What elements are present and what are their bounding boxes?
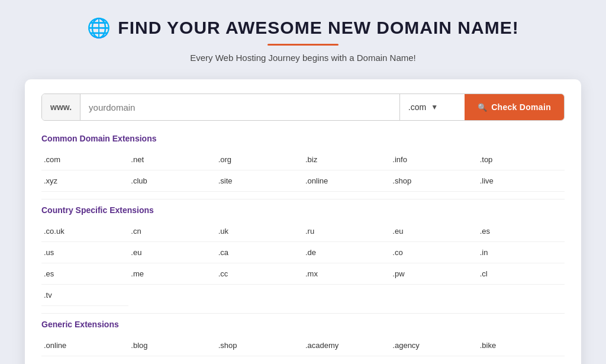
header-section: 🌐 FIND YOUR AWESOME NEW DOMAIN NAME! Eve… <box>87 17 518 73</box>
ext-club2[interactable]: .club <box>303 356 390 364</box>
country-extensions-grid: .co.uk .cn .uk .ru .eu .es .us .eu .ca .… <box>41 221 565 306</box>
search-icon: 🔍 <box>478 103 487 112</box>
ext-top[interactable]: .top <box>478 149 565 170</box>
ext-blog[interactable]: .blog <box>128 335 215 356</box>
ext-es1[interactable]: .es <box>478 221 565 242</box>
ext-company[interactable]: .company <box>478 356 565 364</box>
ext-es2[interactable]: .es <box>41 263 128 285</box>
ext-camp[interactable]: .camp <box>41 356 128 364</box>
ext-online[interactable]: .online <box>303 170 390 192</box>
ext-de[interactable]: .de <box>303 242 390 263</box>
ext-academy[interactable]: .academy <box>303 335 390 356</box>
ext-clothing[interactable]: .clothing <box>216 356 303 364</box>
page-wrapper: 🌐 FIND YOUR AWESOME NEW DOMAIN NAME! Eve… <box>0 0 606 364</box>
title-underline <box>267 44 339 46</box>
chevron-down-icon: ▼ <box>431 103 438 111</box>
ext-uk[interactable]: .uk <box>216 221 303 242</box>
ext-shop2[interactable]: .shop <box>216 335 303 356</box>
ext-couk[interactable]: .co.uk <box>41 221 128 242</box>
ext-mx[interactable]: .mx <box>303 263 390 285</box>
ext-coffee[interactable]: .coffee <box>390 356 477 364</box>
extensions-section: Common Domain Extensions .com .net .org … <box>41 134 565 364</box>
ext-org[interactable]: .org <box>216 149 303 170</box>
ext-eu[interactable]: .eu <box>390 221 477 242</box>
ext-agency[interactable]: .agency <box>390 335 477 356</box>
ext-net[interactable]: .net <box>128 149 215 170</box>
www-prefix: www. <box>42 94 80 120</box>
ext-eu2[interactable]: .eu <box>128 242 215 263</box>
ext-cl[interactable]: .cl <box>478 263 565 285</box>
search-bar: www. .com ▼ 🔍 Check Domain <box>41 94 565 121</box>
divider-1 <box>41 199 565 199</box>
ext-shop[interactable]: .shop <box>390 170 477 192</box>
ext-ca[interactable]: .ca <box>216 242 303 263</box>
ext-tv[interactable]: .tv <box>41 285 128 306</box>
ext-site[interactable]: .site <box>216 170 303 192</box>
header-title-row: 🌐 FIND YOUR AWESOME NEW DOMAIN NAME! <box>87 17 518 39</box>
generic-extensions-grid: .online .blog .shop .academy .agency .bi… <box>41 335 565 364</box>
check-domain-label: Check Domain <box>491 102 551 112</box>
page-subtitle: Every Web Hosting Journey begins with a … <box>87 53 518 63</box>
divider-2 <box>41 313 565 314</box>
ext-co[interactable]: .co <box>390 242 477 263</box>
ext-live[interactable]: .live <box>478 170 565 192</box>
ext-xyz[interactable]: .xyz <box>41 170 128 192</box>
common-extensions-title: Common Domain Extensions <box>41 134 565 143</box>
ext-info[interactable]: .info <box>390 149 477 170</box>
country-extensions-title: Country Specific Extensions <box>41 205 565 215</box>
ext-cn[interactable]: .cn <box>128 221 215 242</box>
check-domain-button[interactable]: 🔍 Check Domain <box>465 94 564 120</box>
ext-com[interactable]: .com <box>41 149 128 170</box>
tld-value: .com <box>408 102 426 112</box>
ext-in[interactable]: .in <box>478 242 565 263</box>
ext-careers[interactable]: .careers <box>128 356 215 364</box>
tld-select[interactable]: .com ▼ <box>399 94 465 120</box>
domain-input[interactable] <box>80 94 399 120</box>
common-extensions-grid: .com .net .org .biz .info .top .xyz .clu… <box>41 149 565 192</box>
ext-biz[interactable]: .biz <box>303 149 390 170</box>
ext-cc[interactable]: .cc <box>216 263 303 285</box>
globe-icon: 🌐 <box>87 17 111 39</box>
generic-extensions-title: Generic Extensions <box>41 320 565 329</box>
ext-online2[interactable]: .online <box>41 335 128 356</box>
ext-club[interactable]: .club <box>128 170 215 192</box>
generic-extensions-section: Generic Extensions .online .blog .shop .… <box>41 320 565 364</box>
country-extensions-section: Country Specific Extensions .co.uk .cn .… <box>41 205 565 306</box>
ext-me[interactable]: .me <box>128 263 215 285</box>
ext-pw[interactable]: .pw <box>390 263 477 285</box>
common-extensions-section: Common Domain Extensions .com .net .org … <box>41 134 565 192</box>
main-card: www. .com ▼ 🔍 Check Domain Common Domain… <box>25 79 581 364</box>
ext-ru[interactable]: .ru <box>303 221 390 242</box>
ext-bike[interactable]: .bike <box>478 335 565 356</box>
page-title: FIND YOUR AWESOME NEW DOMAIN NAME! <box>118 18 518 38</box>
ext-us[interactable]: .us <box>41 242 128 263</box>
